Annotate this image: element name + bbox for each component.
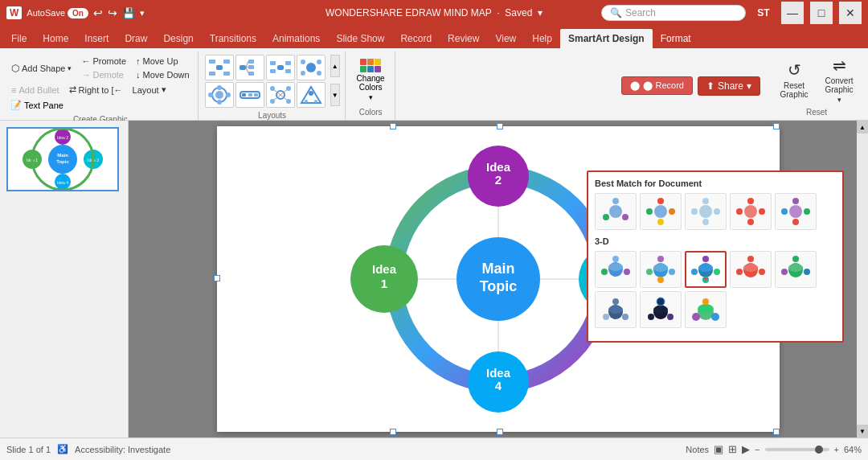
add-shape-button[interactable]: ⬡ Add Shape ▾ [8, 55, 75, 81]
zoom-out-button[interactable]: − [755, 445, 760, 454]
minimize-button[interactable]: — [781, 2, 804, 24]
scroll-up-button[interactable]: ▲ [857, 121, 868, 133]
popup-item-6[interactable] [595, 251, 637, 288]
popup-item-11[interactable] [595, 291, 637, 328]
zoom-level[interactable]: 64% [844, 445, 862, 454]
layout-item-4[interactable] [297, 55, 326, 80]
layout-item-2[interactable] [235, 55, 264, 80]
layout-item-7[interactable] [266, 82, 295, 108]
convert-dropdown-icon[interactable]: ▾ [837, 96, 841, 104]
redo-button[interactable]: ↪ [108, 6, 117, 19]
accessibility-label[interactable]: Accessibility: Investigate [75, 445, 170, 454]
tab-record[interactable]: Record [392, 29, 440, 48]
record-button[interactable]: ⬤ ⬤ Record [621, 76, 693, 95]
scroll-down-arrow[interactable]: ▼ [330, 84, 340, 106]
popup-item-7[interactable] [640, 251, 682, 288]
popup-item-10[interactable] [775, 251, 817, 288]
tab-insert[interactable]: Insert [76, 29, 117, 48]
convert-graphic-button[interactable]: ⇌ ConvertGraphic ▾ [818, 55, 860, 105]
move-up-button[interactable]: ↑ Move Up [133, 55, 193, 68]
layout-item-1[interactable] [205, 55, 234, 80]
tab-smartart-design[interactable]: SmartArt Design [560, 29, 653, 48]
text-pane-button[interactable]: 📝 Text Pane [8, 98, 66, 112]
tab-draw[interactable]: Draw [117, 29, 155, 48]
svg-point-93 [691, 208, 698, 215]
svg-point-78 [612, 198, 619, 204]
layout-button[interactable]: Layout ▾ [129, 83, 170, 97]
layout-item-3[interactable] [266, 55, 295, 80]
popup-item-13[interactable] [685, 291, 727, 328]
tab-animations[interactable]: Animations [264, 29, 328, 48]
tab-review[interactable]: Review [440, 29, 487, 48]
maximize-button[interactable]: □ [810, 2, 833, 24]
tab-view[interactable]: View [487, 29, 524, 48]
popup-item-5[interactable] [775, 193, 817, 230]
canvas-scroll-v: ▲ ▼ [857, 121, 868, 437]
layout-item-6[interactable] [235, 82, 264, 108]
tab-home[interactable]: Home [35, 29, 76, 48]
add-bullet-button[interactable]: ≡ Add Bullet [8, 84, 63, 97]
extra-toolbar-button[interactable]: ▾ [140, 8, 145, 18]
tab-design[interactable]: Design [155, 29, 201, 48]
handle-tc[interactable] [497, 123, 503, 129]
popup-item-2[interactable] [640, 193, 682, 230]
svg-point-79 [622, 214, 628, 220]
accessibility-icon: ♿ [57, 444, 68, 454]
svg-point-113 [646, 269, 653, 275]
scroll-down-button[interactable]: ▼ [857, 425, 868, 437]
handle-bl[interactable] [390, 429, 396, 435]
scroll-up-arrow[interactable]: ▲ [330, 55, 340, 77]
view-grid-icon[interactable]: ⊞ [728, 443, 737, 455]
popup-item-12[interactable] [640, 291, 682, 328]
demote-button[interactable]: → Demote [78, 68, 129, 81]
zoom-slider[interactable] [765, 448, 829, 451]
reset-convert-content: ↺ ResetGraphic ⇌ ConvertGraphic ▾ [773, 51, 860, 108]
layouts-grid [205, 55, 326, 108]
view-normal-icon[interactable]: ▣ [714, 443, 723, 455]
reset-graphic-button[interactable]: ↺ ResetGraphic [773, 55, 815, 105]
svg-point-138 [653, 306, 668, 314]
notes-button[interactable]: Notes [686, 445, 709, 454]
tab-help[interactable]: Help [524, 29, 560, 48]
zoom-thumb[interactable] [815, 446, 823, 454]
colors-group: ChangeColors ▾ Colors [347, 51, 395, 120]
popup-item-4[interactable] [730, 193, 772, 230]
handle-br[interactable] [773, 429, 780, 435]
handle-ml[interactable] [214, 275, 220, 281]
add-shape-dropdown-icon[interactable]: ▾ [68, 64, 72, 72]
promote-button[interactable]: ← Promote [78, 55, 129, 68]
svg-point-44 [314, 100, 317, 103]
popup-item-8[interactable] [685, 251, 727, 288]
close-button[interactable]: ✕ [839, 2, 862, 24]
change-colors-dropdown[interactable]: ▾ [369, 93, 373, 101]
change-colors-button[interactable]: ChangeColors ▾ [352, 57, 390, 103]
popup-item-3[interactable] [685, 193, 727, 230]
svg-text:2: 2 [495, 173, 502, 187]
view-reading-icon[interactable]: ▶ [742, 443, 750, 455]
undo-button[interactable]: ↩ [93, 6, 103, 19]
svg-point-145 [711, 313, 719, 321]
save-button[interactable]: 💾 [122, 7, 135, 19]
popup-item-1[interactable] [595, 193, 637, 230]
user-avatar[interactable]: ST [752, 2, 775, 24]
layout-item-8[interactable] [297, 82, 326, 108]
popup-item-9[interactable] [730, 251, 772, 288]
handle-bc[interactable] [497, 429, 503, 435]
layout-item-5[interactable] [205, 82, 234, 108]
search-bar[interactable]: 🔍 Search [601, 5, 746, 21]
zoom-in-button[interactable]: + [834, 445, 839, 454]
autosave-toggle[interactable]: On [68, 8, 88, 18]
tab-format[interactable]: Format [653, 29, 699, 48]
svg-point-133 [608, 306, 623, 314]
right-to-left-button[interactable]: ⇄ Right to [← [66, 83, 126, 97]
move-down-button[interactable]: ↓ Move Down [133, 68, 193, 81]
tab-slideshow[interactable]: Slide Show [328, 29, 392, 48]
search-placeholder: Search [625, 7, 656, 18]
tab-transitions[interactable]: Transitions [202, 29, 264, 48]
handle-tl[interactable] [390, 123, 396, 129]
handle-tr[interactable] [773, 123, 780, 129]
slide-thumbnail[interactable]: Main Topic Idea 1 Idea 2 Idea 3 Idea 4 [6, 127, 119, 191]
share-button[interactable]: ⬆ Share ▾ [698, 76, 760, 96]
tab-file[interactable]: File [3, 29, 35, 48]
svg-point-129 [792, 256, 799, 262]
